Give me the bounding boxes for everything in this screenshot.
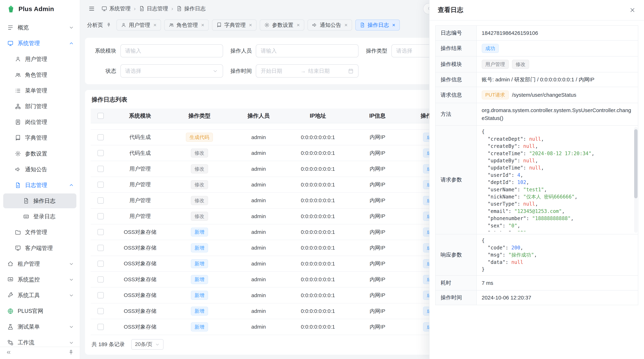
tab-item-4[interactable]: 参数设置× (260, 19, 304, 30)
row-checkbox[interactable] (98, 229, 104, 235)
sidebar-item-12[interactable]: 登录日志 (0, 209, 80, 224)
sidebar-item-9[interactable]: 通知公告 (0, 162, 80, 177)
ip-cell: 0:0:0:0:0:0:0:1 (288, 303, 348, 319)
sidebar-item-19[interactable]: 测试菜单 (0, 319, 80, 335)
checkbox-cell (91, 177, 110, 192)
sidebar-item-15[interactable]: 租户管理 (0, 256, 80, 272)
user-icon (15, 56, 21, 62)
breadcrumb-label: 日志管理 (147, 5, 168, 12)
tab-close-icon[interactable]: × (249, 22, 252, 28)
breadcrumb-item-2[interactable]: 操作日志 (176, 5, 206, 12)
row-checkbox[interactable] (98, 182, 104, 188)
filter-select[interactable]: 请选择 (120, 64, 223, 77)
filter-text-input[interactable]: 请输入 (120, 44, 223, 57)
operator-cell: admin (229, 240, 288, 256)
operation-type-tag: 新增 (191, 259, 208, 268)
row-checkbox[interactable] (98, 150, 104, 156)
tab-item-0[interactable]: 分析页 (85, 19, 113, 30)
sidebar-item-label: 租户管理 (18, 260, 40, 268)
sidebar-item-7[interactable]: 字典管理 (0, 130, 80, 146)
sidebar-item-label: 登录日志 (33, 213, 56, 220)
sidebar-item-20[interactable]: 工作流 (0, 335, 80, 347)
sidebar-item-2[interactable]: 用户管理 (0, 51, 80, 67)
row-checkbox[interactable] (98, 308, 104, 314)
filter-text-input[interactable]: 请输入 (256, 44, 358, 57)
column-header: 系统模块 (110, 108, 170, 123)
breadcrumb: 系统管理›日志管理›操作日志 (102, 5, 206, 12)
sidebar-item-5[interactable]: 部门管理 (0, 98, 80, 114)
type-cell: 新增 (170, 272, 229, 287)
tab-label: 角色管理 (176, 21, 198, 29)
module-cell: OSS对象存储 (110, 224, 170, 240)
sidebar-item-14[interactable]: 客户端管理 (0, 240, 80, 256)
hamburger-menu-button[interactable] (88, 5, 95, 12)
tab-close-icon[interactable]: × (296, 22, 300, 28)
tab-close-icon[interactable]: × (154, 22, 156, 28)
row-checkbox[interactable] (98, 261, 104, 267)
app-logo: Plus Admin (0, 0, 80, 18)
detail-value-cell: 7 ms (477, 276, 638, 290)
row-checkbox[interactable] (98, 276, 104, 283)
sidebar-item-label: 客户端管理 (25, 244, 53, 252)
sidebar-item-0[interactable]: 概览 (0, 20, 80, 35)
tab-item-5[interactable]: 通知公告× (308, 19, 352, 30)
type-cell: 修改 (170, 193, 229, 208)
sidebar-item-16[interactable]: 系统监控 (0, 272, 80, 288)
tab-close-icon[interactable]: × (344, 22, 348, 28)
sidebar-item-3[interactable]: 角色管理 (0, 67, 80, 83)
sidebar-item-1[interactable]: 系统管理 (0, 35, 80, 51)
row-checkbox[interactable] (98, 324, 104, 330)
sidebar-item-4[interactable]: 菜单管理 (0, 83, 80, 98)
breadcrumb-item-0[interactable]: 系统管理 (102, 5, 130, 12)
checkbox-cell (91, 130, 110, 145)
sidebar-item-17[interactable]: 系统工具 (0, 288, 80, 303)
select-all-checkbox[interactable] (98, 113, 104, 119)
detail-label: 请求参数 (436, 126, 477, 234)
filter-daterange[interactable]: 开始日期→结束日期 (256, 64, 358, 77)
row-checkbox[interactable] (98, 213, 104, 219)
chevron-down-icon (69, 293, 74, 298)
scrollbar-track[interactable] (634, 127, 638, 233)
sidebar-item-10[interactable]: 日志管理 (0, 177, 80, 193)
breadcrumb-separator: › (172, 5, 173, 12)
ip-cell: 0:0:0:0:0:0:0:1 (288, 193, 348, 208)
collapse-sidebar-icon[interactable] (6, 349, 12, 357)
drawer-close-button[interactable] (629, 7, 636, 13)
sidebar-item-label: 日志管理 (25, 181, 47, 189)
sidebar-item-6[interactable]: 岗位管理 (0, 114, 80, 130)
log-detail-table: 日志编号1842781986426159106操作结果成功操作模块用户管理修改操… (435, 25, 638, 305)
tab-close-icon[interactable]: × (392, 22, 395, 28)
sidebar-item-label: 菜单管理 (25, 87, 47, 94)
row-checkbox[interactable] (98, 245, 104, 251)
operlog-icon (360, 22, 365, 28)
breadcrumb-item-1[interactable]: 日志管理 (139, 5, 168, 12)
page-size-value: 20条/页 (135, 341, 152, 348)
dict-icon (15, 135, 21, 141)
tab-item-1[interactable]: 用户管理× (116, 19, 161, 30)
sidebar-item-18[interactable]: PLUS官网 (0, 303, 80, 319)
operator-cell: admin (229, 224, 288, 240)
module-cell: OSS对象存储 (110, 303, 170, 319)
logo-icon (6, 5, 15, 13)
sidebar-item-label: 文件管理 (25, 229, 47, 236)
pin-sidebar-icon[interactable] (68, 349, 74, 357)
tab-item-3[interactable]: 字典管理× (212, 19, 256, 30)
tab-item-6[interactable]: 操作日志× (355, 19, 400, 30)
file-icon (15, 229, 21, 235)
filter-label: 操作时间 (227, 67, 252, 75)
row-checkbox[interactable] (98, 166, 104, 172)
sidebar-item-11[interactable]: 操作日志 (3, 193, 76, 208)
row-checkbox[interactable] (98, 197, 104, 203)
row-checkbox[interactable] (98, 292, 104, 298)
tab-item-2[interactable]: 角色管理× (164, 19, 209, 30)
row-checkbox[interactable] (98, 134, 104, 140)
filter-field-3: 状态请选择 (92, 64, 227, 77)
detail-value-cell: PUT请求/system/user/changeStatus (477, 87, 638, 103)
sidebar-item-8[interactable]: 参数设置 (0, 146, 80, 161)
checkbox-cell (91, 256, 110, 271)
hamburger-icon (88, 5, 95, 12)
scrollbar-thumb[interactable] (634, 129, 638, 198)
page-size-select[interactable]: 20条/页 (131, 339, 163, 350)
tab-close-icon[interactable]: × (201, 22, 204, 28)
sidebar-item-13[interactable]: 文件管理 (0, 224, 80, 240)
